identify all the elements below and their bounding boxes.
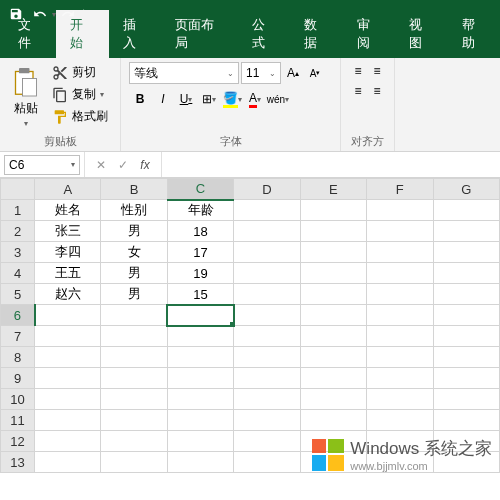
row-header[interactable]: 6 [1,305,35,326]
row-header[interactable]: 10 [1,389,35,410]
cell[interactable] [367,410,433,431]
cell[interactable] [367,389,433,410]
column-header[interactable]: A [35,179,101,200]
tab-data[interactable]: 数据 [290,10,342,58]
cell[interactable] [101,368,167,389]
border-button[interactable]: ⊞▾ [198,88,220,110]
cell[interactable] [101,431,167,452]
cell[interactable]: 王五 [35,263,101,284]
cell[interactable]: 姓名 [35,200,101,221]
cell[interactable] [35,305,101,326]
cell[interactable] [367,368,433,389]
cell[interactable] [433,347,499,368]
tab-file[interactable]: 文件 [4,10,56,58]
cell[interactable] [300,263,366,284]
row-header[interactable]: 4 [1,263,35,284]
cell[interactable] [167,305,233,326]
tab-insert[interactable]: 插入 [109,10,161,58]
align-left-button[interactable]: ≡ [349,82,367,100]
cell[interactable] [300,242,366,263]
cell[interactable]: 17 [167,242,233,263]
cell[interactable] [167,389,233,410]
cell[interactable] [234,431,300,452]
cell[interactable] [433,305,499,326]
cell[interactable]: 19 [167,263,233,284]
cell[interactable] [433,368,499,389]
cell[interactable]: 18 [167,221,233,242]
tab-review[interactable]: 审阅 [343,10,395,58]
tab-view[interactable]: 视图 [395,10,447,58]
cell[interactable] [167,368,233,389]
cell[interactable] [300,284,366,305]
fill-color-button[interactable]: 🪣▾ [221,88,243,110]
row-header[interactable]: 7 [1,326,35,347]
cell[interactable] [367,284,433,305]
increase-font-button[interactable]: A▴ [283,62,303,84]
cell[interactable] [234,242,300,263]
cell[interactable] [35,431,101,452]
cell[interactable] [234,410,300,431]
cell[interactable]: 年龄 [167,200,233,221]
cell[interactable]: 男 [101,284,167,305]
cell[interactable] [234,368,300,389]
tab-help[interactable]: 帮助 [448,10,500,58]
cell[interactable] [234,284,300,305]
column-header[interactable]: G [433,179,499,200]
row-header[interactable]: 11 [1,410,35,431]
phonetic-button[interactable]: wén▾ [267,88,289,110]
cell[interactable] [101,326,167,347]
cell[interactable] [234,221,300,242]
format-painter-button[interactable]: 格式刷 [48,106,112,127]
cell[interactable] [35,389,101,410]
tab-formula[interactable]: 公式 [238,10,290,58]
cell[interactable] [433,221,499,242]
cell[interactable] [167,347,233,368]
cell[interactable] [101,347,167,368]
cell[interactable]: 性别 [101,200,167,221]
cell[interactable] [433,410,499,431]
tab-layout[interactable]: 页面布局 [161,10,238,58]
font-name-select[interactable]: 等线⌄ [129,62,239,84]
cell[interactable] [300,221,366,242]
align-middle-button[interactable]: ≡ [368,62,386,80]
row-header[interactable]: 2 [1,221,35,242]
column-header[interactable]: D [234,179,300,200]
cell[interactable] [101,410,167,431]
row-header[interactable]: 9 [1,368,35,389]
column-header[interactable]: F [367,179,433,200]
redo-button[interactable] [56,2,80,26]
cell[interactable] [433,326,499,347]
decrease-font-button[interactable]: A▾ [305,62,325,84]
cell[interactable] [367,347,433,368]
row-header[interactable]: 3 [1,242,35,263]
font-size-select[interactable]: 11⌄ [241,62,281,84]
cell[interactable]: 男 [101,263,167,284]
enter-formula-button[interactable]: ✓ [113,158,133,172]
cell[interactable] [35,452,101,473]
cell[interactable] [433,263,499,284]
cell[interactable] [300,200,366,221]
cell[interactable] [367,242,433,263]
cell[interactable] [234,452,300,473]
cell[interactable] [167,431,233,452]
cell[interactable] [35,326,101,347]
cut-button[interactable]: 剪切 [48,62,112,83]
cell[interactable] [167,326,233,347]
cell[interactable] [433,242,499,263]
cell[interactable] [101,452,167,473]
row-header[interactable]: 1 [1,200,35,221]
column-header[interactable]: B [101,179,167,200]
cell[interactable] [300,410,366,431]
cell[interactable] [35,410,101,431]
cell[interactable]: 张三 [35,221,101,242]
cell[interactable] [234,326,300,347]
align-top-button[interactable]: ≡ [349,62,367,80]
cell[interactable] [367,326,433,347]
cell[interactable]: 女 [101,242,167,263]
align-center-button[interactable]: ≡ [368,82,386,100]
font-color-button[interactable]: A▾ [244,88,266,110]
row-header[interactable]: 13 [1,452,35,473]
italic-button[interactable]: I [152,88,174,110]
cell[interactable]: 男 [101,221,167,242]
underline-button[interactable]: U▾ [175,88,197,110]
